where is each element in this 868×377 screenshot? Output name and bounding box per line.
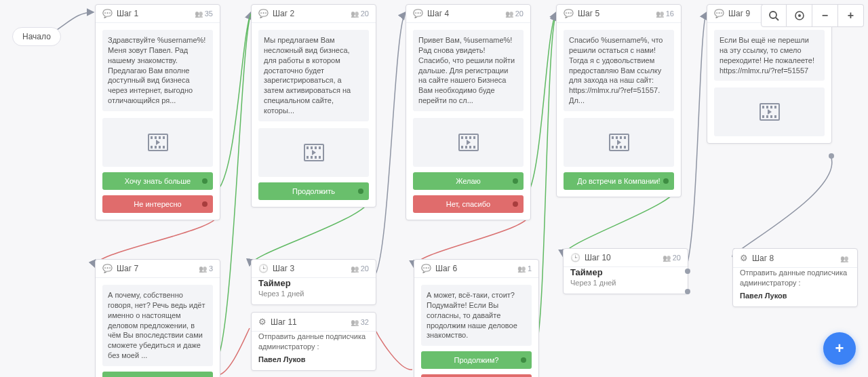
out-port[interactable]: [685, 269, 690, 274]
media-placeholder: [714, 87, 825, 136]
zoom-in-button[interactable]: +: [838, 4, 864, 27]
node-step-6[interactable]: Шаг 6 1 А может, всё-таки, стоит? Подума…: [414, 259, 539, 377]
svg-point-0: [770, 12, 776, 18]
search-icon: [768, 10, 779, 21]
node-step-3-timer[interactable]: Шаг 3 20 Таймер Через 1 дней: [251, 259, 376, 305]
clock-icon: [258, 264, 269, 273]
svg-line-1: [776, 18, 778, 20]
btn-want-more[interactable]: Хочу знать больше: [102, 172, 213, 190]
film-icon: [304, 144, 324, 161]
subscriber-count: 20: [351, 264, 369, 273]
film-icon: [760, 103, 780, 121]
node-step-7[interactable]: Шаг 7 3 А почему, собственно говоря, нет…: [95, 259, 220, 377]
node-step-1[interactable]: Шаг 1 35 Здравствуйте %username%! Меня з…: [95, 4, 220, 220]
flow-canvas[interactable]: Начало Шаг 1 35 Здравствуйте %username%!…: [0, 0, 868, 377]
chat-icon: [714, 9, 724, 18]
chat-icon: [258, 9, 269, 18]
subscriber-count: 20: [663, 254, 681, 262]
search-button[interactable]: [761, 4, 787, 27]
chat-icon: [564, 9, 574, 18]
film-icon: [609, 134, 629, 151]
admin-name: Павел Луков: [252, 355, 376, 370]
message-text: А почему, собственно говоря, нет? Речь в…: [102, 285, 213, 366]
timer-title: Таймер: [252, 278, 376, 290]
node-title: Шаг 6: [435, 264, 513, 273]
chat-icon: [413, 9, 423, 18]
node-title: Шаг 10: [585, 253, 658, 262]
message-text: Если Вы ещё не перешли на эту ссылку, то…: [714, 30, 825, 81]
start-label: Начало: [22, 32, 51, 41]
node-title: Шаг 3: [273, 264, 347, 273]
node-title: Шаг 11: [271, 317, 347, 327]
subscriber-count: 20: [505, 9, 524, 18]
start-node[interactable]: Начало: [12, 27, 61, 46]
node-step-2[interactable]: Шаг 2 20 Мы предлагаем Вам несложный вид…: [251, 4, 376, 207]
node-step-5[interactable]: Шаг 5 16 Спасибо %username%, что решили …: [556, 4, 682, 197]
message-text: Спасибо %username%, что решили остаться …: [564, 30, 674, 111]
node-step-10-timer[interactable]: Шаг 10 20 Таймер Через 1 дней: [563, 248, 688, 294]
timer-title: Таймер: [564, 267, 688, 279]
btn-no-thanks[interactable]: Нет, спасибо: [421, 374, 532, 377]
btn-continue-q[interactable]: Продолжим?: [102, 372, 213, 377]
timer-sub: Через 1 дней: [252, 290, 376, 304]
clock-icon: [570, 253, 580, 262]
out-port[interactable]: [829, 153, 834, 159]
subscriber-count: 32: [351, 318, 369, 326]
subscriber-count: 35: [195, 9, 213, 18]
node-step-8-admin[interactable]: Шаг 8 Отправить данные подписчика админи…: [732, 248, 858, 307]
btn-wish[interactable]: Желаю: [413, 172, 524, 190]
timer-sub: Через 1 дней: [564, 279, 688, 294]
btn-continue[interactable]: Продолжить: [258, 182, 369, 200]
node-title: Шаг 5: [578, 9, 652, 18]
gear-icon: [258, 317, 267, 327]
subscriber-count: [840, 254, 850, 262]
film-icon: [458, 134, 479, 151]
subscriber-count: 3: [199, 264, 213, 273]
admin-text: Отправить данные подписчика администрато…: [733, 268, 857, 292]
node-step-11-admin[interactable]: Шаг 11 32 Отправить данные подписчика ад…: [251, 312, 376, 371]
chat-icon: [421, 264, 431, 273]
media-placeholder: [413, 118, 524, 167]
btn-see-you[interactable]: До встречи в Компании!: [564, 172, 674, 190]
gear-icon: [740, 253, 748, 263]
message-text: А может, всё-таки, стоит? Подумайте! Есл…: [421, 285, 532, 346]
media-placeholder: [564, 118, 674, 167]
chat-icon: [102, 264, 113, 273]
film-icon: [148, 134, 168, 151]
node-title: Шаг 1: [117, 9, 191, 18]
node-title: Шаг 2: [273, 9, 347, 18]
add-step-fab[interactable]: +: [823, 332, 856, 365]
zoom-toolbar: − +: [761, 4, 864, 27]
node-title: Шаг 8: [752, 254, 836, 263]
plus-icon: +: [848, 9, 854, 22]
media-placeholder: [258, 128, 369, 177]
btn-not-interested[interactable]: Не интересно: [102, 195, 213, 213]
plus-icon: +: [835, 340, 844, 357]
minus-icon: −: [822, 9, 828, 22]
out-port[interactable]: [685, 289, 690, 294]
message-text: Мы предлагаем Вам несложный вид бизнеса,…: [258, 30, 369, 121]
media-placeholder: [102, 118, 213, 167]
zoom-out-button[interactable]: −: [812, 4, 838, 27]
center-button[interactable]: [787, 4, 812, 27]
message-text: Здравствуйте %username%! Меня зовут Паве…: [102, 30, 213, 111]
admin-text: Отправить данные подписчика администрато…: [252, 332, 376, 355]
subscriber-count: 20: [351, 9, 369, 18]
message-text: Привет Вам, %username%! Рад снова увидет…: [413, 30, 524, 111]
chat-icon: [102, 9, 113, 18]
node-step-4[interactable]: Шаг 4 20 Привет Вам, %username%! Рад сно…: [406, 4, 531, 220]
target-icon: [794, 10, 805, 21]
subscriber-count: 1: [517, 264, 532, 273]
subscriber-count: 16: [656, 9, 674, 18]
node-title: Шаг 4: [427, 9, 501, 18]
btn-continue-q[interactable]: Продолжим?: [421, 351, 532, 369]
btn-no-thanks[interactable]: Нет, спасибо: [413, 195, 524, 213]
node-title: Шаг 7: [117, 264, 195, 273]
admin-name: Павел Луков: [733, 292, 857, 306]
svg-point-3: [798, 14, 801, 17]
